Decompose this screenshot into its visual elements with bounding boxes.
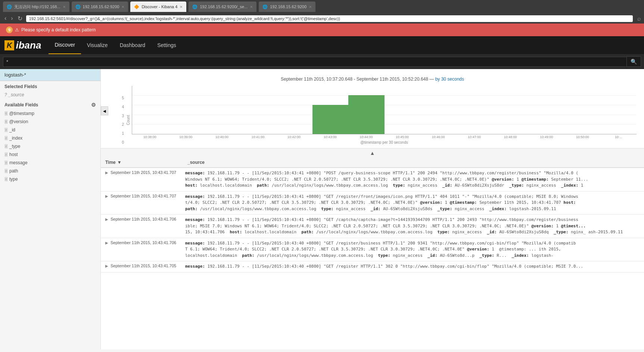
tab1-close[interactable]: ✕ bbox=[63, 5, 66, 9]
search-bar: 🔍 bbox=[0, 54, 644, 69]
back-button[interactable]: ‹ bbox=[3, 15, 8, 22]
browser-tab-1[interactable]: 🌐 无法访问 http://192.168... ✕ bbox=[3, 1, 69, 12]
search-button[interactable]: 🔍 bbox=[627, 56, 641, 67]
nav-discover[interactable]: Discover bbox=[49, 36, 81, 54]
x-label-11: 10:49:00 bbox=[528, 135, 564, 139]
tab4-favicon: 🌐 bbox=[192, 4, 197, 9]
address-bar: ‹ › ↻ 192.168.15.62:5601/#/discover?_g=(… bbox=[0, 13, 644, 24]
chart-interval-link[interactable]: by 30 seconds bbox=[435, 77, 464, 82]
source-field-item[interactable]: ? _source bbox=[0, 91, 100, 99]
field-name-host: host bbox=[9, 152, 18, 157]
y-label-4: 4 bbox=[119, 105, 124, 109]
x-label-4: 10:42:00 bbox=[276, 135, 312, 139]
available-fields-label: Available Fields bbox=[4, 102, 38, 108]
sidebar-field-type[interactable]: r _type bbox=[0, 142, 100, 150]
field-type-badge-index: r bbox=[4, 136, 8, 140]
result-row-1: ▶ September 11th 2015, 10:43:41.707 mess… bbox=[101, 168, 644, 191]
result-row-2: ▶ September 11th 2015, 10:43:41.707 mess… bbox=[101, 191, 644, 215]
search-input[interactable] bbox=[3, 57, 627, 67]
sidebar-field-id[interactable]: r _id bbox=[0, 126, 100, 134]
field-type-badge-message: r bbox=[4, 161, 8, 165]
sidebar-field-index[interactable]: r _index bbox=[0, 134, 100, 142]
nav-dashboard[interactable]: Dashboard bbox=[114, 36, 152, 54]
field-name-type2: type bbox=[9, 177, 18, 182]
y-axis-label: Count bbox=[126, 115, 130, 125]
tab1-favicon: 🌐 bbox=[7, 4, 12, 9]
column-time-header[interactable]: Time ▼ bbox=[105, 160, 187, 165]
y-label-0: 0 bbox=[119, 140, 124, 144]
kibana-navbar: K ibana Discover Visualize Dashboard Set… bbox=[0, 36, 644, 54]
content-area: ◀ September 11th 2015, 10:37:20.648 - Se… bbox=[101, 69, 644, 349]
url-bar[interactable]: 192.168.15.62:5601/#/discover?_g=()&_a=(… bbox=[26, 15, 633, 22]
row2-toggle[interactable]: ▶ bbox=[105, 194, 108, 198]
browser-tab-4[interactable]: 🌐 192.168.15.62:9200/_se... ✕ bbox=[189, 1, 256, 12]
available-fields-section: Available Fields ⚙ bbox=[0, 99, 100, 109]
row3-toggle[interactable]: ▶ bbox=[105, 217, 108, 221]
sidebar-field-host[interactable]: r host bbox=[0, 150, 100, 159]
sidebar-collapse-toggle[interactable]: ◀ bbox=[101, 106, 108, 115]
kibana-brand-text: ibana bbox=[16, 40, 41, 51]
nav-visualize[interactable]: Visualize bbox=[81, 36, 114, 54]
tab3-favicon: 🔶 bbox=[134, 4, 139, 9]
row5-source: message: 192.168.11.79 - - [11/Sep/2015:… bbox=[185, 264, 640, 270]
sidebar-field-type2[interactable]: r type bbox=[0, 175, 100, 183]
sidebar-field-path[interactable]: r path bbox=[0, 167, 100, 175]
reload-button[interactable]: ↻ bbox=[16, 15, 24, 22]
nav-settings[interactable]: Settings bbox=[151, 36, 182, 54]
gear-icon[interactable]: ⚙ bbox=[91, 102, 96, 108]
chart-collapse-button[interactable]: ▲ bbox=[101, 148, 644, 158]
x-label-10: 10:48:00 bbox=[492, 135, 529, 139]
field-type-badge-timestamp: t bbox=[4, 111, 8, 116]
tab2-title: 192.168.15.62:9200 bbox=[83, 4, 119, 9]
row4-toggle[interactable]: ▶ bbox=[105, 240, 108, 245]
browser-tab-3[interactable]: 🔶 Discover - Kibana 4 ✕ bbox=[130, 1, 186, 12]
tab5-title: 192.168.15.62:9200 bbox=[270, 4, 307, 9]
kibana-logo: K ibana bbox=[4, 40, 41, 51]
x-label-7: 10:45:00 bbox=[384, 135, 420, 139]
selected-fields-section: Selected Fields bbox=[0, 81, 100, 91]
row2-time: September 11th 2015, 10:43:41.707 bbox=[111, 194, 185, 198]
row1-toggle[interactable]: ▶ bbox=[105, 170, 108, 175]
browser-tabs-bar: 🌐 无法访问 http://192.168... ✕ 🌐 192.168.15.… bbox=[0, 0, 644, 13]
row1-time: September 11th 2015, 10:43:41.707 bbox=[111, 170, 185, 175]
nav-buttons: ‹ › ↻ bbox=[3, 15, 24, 22]
forward-button[interactable]: › bbox=[9, 15, 14, 22]
field-name-index: _index bbox=[9, 135, 22, 141]
field-name-version: @version bbox=[9, 119, 28, 124]
field-name-timestamp: @timestamp bbox=[9, 111, 35, 116]
tab3-close[interactable]: ✕ bbox=[180, 5, 183, 9]
sidebar-index[interactable]: logstash-* bbox=[0, 69, 100, 81]
field-type-badge-type2: r bbox=[4, 177, 8, 181]
tab3-title: Discover - Kibana 4 bbox=[141, 4, 177, 9]
source-field-text: ? _source bbox=[4, 92, 24, 97]
chart-title: September 11th 2015, 10:37:20.648 - Sept… bbox=[108, 77, 637, 82]
field-name-message: message bbox=[9, 160, 28, 165]
field-type-badge-type: r bbox=[4, 144, 8, 149]
search-browser-icon[interactable]: ⌕ bbox=[637, 15, 641, 22]
kibana-k-icon: K bbox=[4, 40, 14, 50]
sidebar: logstash-* Selected Fields ? _source Ava… bbox=[0, 69, 101, 349]
browser-tab-5[interactable]: 🌐 192.168.15.62:9200 ✕ bbox=[259, 1, 315, 12]
sidebar-field-message[interactable]: r message bbox=[0, 159, 100, 167]
result-row-3: ▶ September 11th 2015, 10:43:41.706 mess… bbox=[101, 215, 644, 238]
sidebar-field-timestamp[interactable]: t @timestamp bbox=[0, 109, 100, 118]
tab4-close[interactable]: ✕ bbox=[250, 5, 253, 9]
tab4-title: 192.168.15.62:9200/_se... bbox=[200, 4, 248, 9]
y-label-1: 1 bbox=[119, 131, 124, 135]
tab5-close[interactable]: ✕ bbox=[309, 5, 312, 9]
field-name-path: path bbox=[9, 168, 18, 174]
y-label-5: 5 bbox=[119, 96, 124, 100]
field-type-badge-host: r bbox=[4, 152, 8, 157]
sidebar-field-version[interactable]: t @version bbox=[0, 118, 100, 126]
row5-time: September 11th 2015, 10:43:41.705 bbox=[111, 264, 185, 268]
tab2-close[interactable]: ✕ bbox=[121, 5, 124, 9]
selected-fields-label: Selected Fields bbox=[4, 84, 37, 89]
time-label: Time bbox=[105, 160, 116, 165]
chart-container: September 11th 2015, 10:37:20.648 - Sept… bbox=[101, 69, 644, 148]
x-label-6: 10:44:00 bbox=[348, 135, 384, 139]
x-label-12: 10:50:00 bbox=[564, 135, 601, 139]
result-row-5: ▶ September 11th 2015, 10:43:41.705 mess… bbox=[101, 261, 644, 272]
results-header: Time ▼ _source bbox=[101, 158, 644, 168]
row5-toggle[interactable]: ▶ bbox=[105, 264, 108, 268]
browser-tab-2[interactable]: 🌐 192.168.15.62:9200 ✕ bbox=[72, 1, 128, 12]
